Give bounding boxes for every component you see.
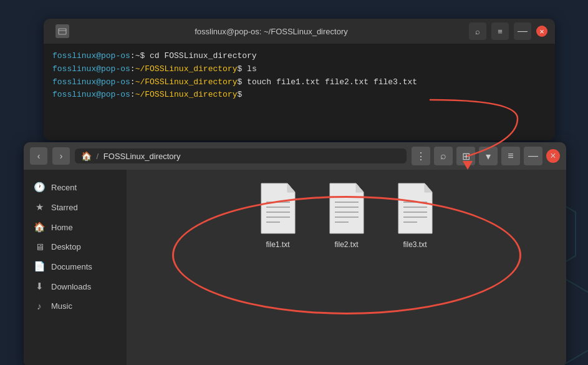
- sidebar-label-downloads: Downloads: [51, 282, 91, 291]
- fm-sidebar: 🕐 Recent ★ Starred 🏠 Home 🖥 Desktop 📄 Do…: [24, 170, 127, 365]
- file-name-1: file1.txt: [266, 240, 289, 249]
- fm-back-button[interactable]: ‹: [30, 147, 47, 165]
- sidebar-item-music[interactable]: ♪ Music: [24, 296, 127, 316]
- terminal-content: fosslinux@pop-os:~$ cd FOSSLinux_directo…: [44, 44, 555, 108]
- terminal-menu-button[interactable]: ≡: [491, 22, 509, 40]
- file-icon-3: [393, 182, 437, 235]
- sidebar-label-music: Music: [51, 301, 72, 311]
- desktop-icon: 🖥: [34, 241, 45, 252]
- sidebar-item-home[interactable]: 🏠 Home: [24, 217, 127, 237]
- fm-close-button[interactable]: ×: [546, 149, 560, 163]
- filemanager-window: ‹ › 🏠 / FOSSLinux_directory ⋮ ⌕ ⊞ ▾ ≡ — …: [24, 142, 566, 365]
- sidebar-item-recent[interactable]: 🕐 Recent: [24, 177, 127, 197]
- fm-breadcrumb: 🏠 / FOSSLinux_directory: [75, 148, 407, 163]
- file-name-3: file3.txt: [403, 240, 427, 249]
- recent-icon: 🕐: [34, 182, 45, 193]
- fm-search-button[interactable]: ⌕: [434, 147, 453, 165]
- fm-forward-button[interactable]: ›: [52, 147, 70, 165]
- terminal-line-2: fosslinux@pop-os:~/FOSSLinux_directory$ …: [52, 63, 546, 76]
- svg-rect-0: [59, 29, 66, 34]
- home-icon: 🏠: [81, 151, 92, 161]
- file-item-2[interactable]: file2.txt: [325, 182, 369, 249]
- term-user-1: fosslinux@pop-os: [52, 50, 130, 63]
- home-sidebar-icon: 🏠: [34, 221, 45, 233]
- terminal-titlebar: fosslinux@pop-os: ~/FOSSLinux_directory …: [44, 19, 555, 44]
- sidebar-label-documents: Documents: [51, 262, 92, 271]
- terminal-window: fosslinux@pop-os: ~/FOSSLinux_directory …: [44, 19, 555, 140]
- fm-body: 🕐 Recent ★ Starred 🏠 Home 🖥 Desktop 📄 Do…: [24, 170, 566, 365]
- file-item-1[interactable]: file1.txt: [256, 182, 300, 249]
- file-item-3[interactable]: file3.txt: [393, 182, 437, 249]
- terminal-controls: ⌕ ≡ — ×: [469, 22, 547, 40]
- file-icon-1: [256, 182, 300, 235]
- terminal-line-1: fosslinux@pop-os:~$ cd FOSSLinux_directo…: [52, 50, 546, 63]
- starred-icon: ★: [34, 202, 45, 213]
- fm-titlebar: ‹ › 🏠 / FOSSLinux_directory ⋮ ⌕ ⊞ ▾ ≡ — …: [24, 142, 566, 170]
- fm-more-button[interactable]: ⋮: [412, 147, 430, 165]
- sidebar-label-desktop: Desktop: [51, 242, 81, 251]
- fm-toolbar-right: ⋮ ⌕ ⊞ ▾ ≡ — ×: [412, 147, 560, 165]
- terminal-minimize-button[interactable]: —: [514, 22, 531, 40]
- terminal-close-button[interactable]: ×: [536, 26, 547, 37]
- fm-dropdown-button[interactable]: ▾: [479, 147, 498, 165]
- sidebar-item-documents[interactable]: 📄 Documents: [24, 256, 127, 276]
- sidebar-label-starred: Starred: [51, 203, 78, 212]
- fm-main-content: file1.txt file2.txt: [127, 170, 566, 365]
- file-name-2: file2.txt: [334, 240, 358, 249]
- downloads-icon: ⬇: [34, 281, 45, 292]
- sidebar-label-recent: Recent: [51, 183, 77, 192]
- documents-icon: 📄: [34, 261, 45, 272]
- term-user-3: fosslinux@pop-os: [52, 76, 130, 89]
- sidebar-item-downloads[interactable]: ⬇ Downloads: [24, 276, 127, 296]
- fm-minimize-button[interactable]: —: [524, 147, 542, 165]
- fm-list-view-button[interactable]: ≡: [501, 147, 520, 165]
- terminal-search-button[interactable]: ⌕: [469, 22, 486, 40]
- sidebar-item-desktop[interactable]: 🖥 Desktop: [24, 237, 127, 256]
- terminal-icon: [55, 24, 69, 38]
- breadcrumb-sep-1: /: [94, 152, 101, 161]
- terminal-title: fosslinux@pop-os: ~/FOSSLinux_directory: [74, 27, 469, 36]
- term-user-2: fosslinux@pop-os: [52, 63, 130, 76]
- fm-grid-view-button[interactable]: ⊞: [456, 147, 475, 165]
- terminal-line-3: fosslinux@pop-os:~/FOSSLinux_directory$ …: [52, 76, 546, 89]
- sidebar-label-home: Home: [51, 223, 73, 232]
- file-icon-2: [325, 182, 369, 235]
- terminal-line-4: fosslinux@pop-os:~/FOSSLinux_directory$: [52, 89, 546, 102]
- music-icon: ♪: [34, 301, 45, 311]
- sidebar-item-starred[interactable]: ★ Starred: [24, 197, 127, 217]
- term-user-4: fosslinux@pop-os: [52, 89, 130, 102]
- breadcrumb-current: FOSSLinux_directory: [104, 152, 181, 161]
